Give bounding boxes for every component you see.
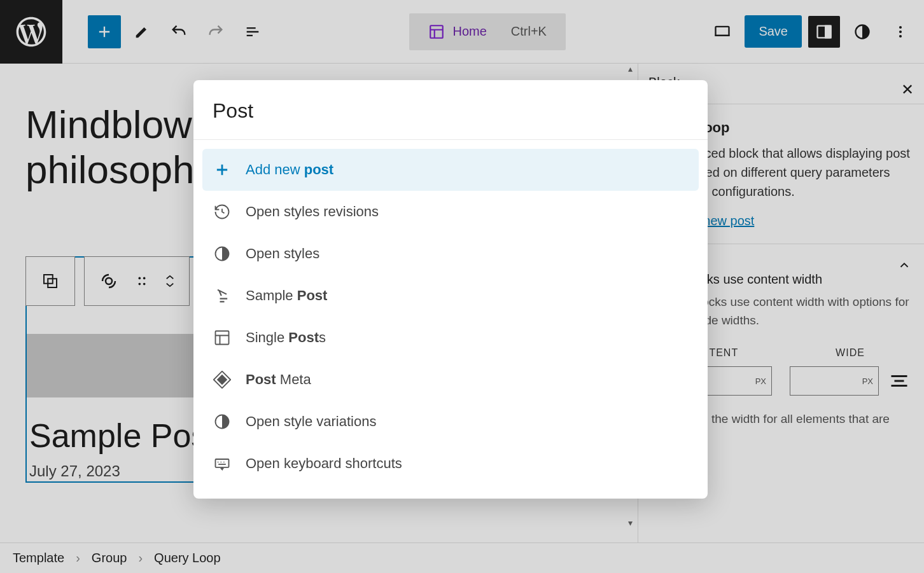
history-icon bbox=[213, 202, 232, 221]
diamond-icon bbox=[213, 370, 232, 389]
command-palette: Post Add new postOpen styles revisionsOp… bbox=[193, 80, 708, 499]
command-item[interactable]: Post Meta bbox=[202, 359, 699, 401]
command-label: Open style variations bbox=[246, 413, 376, 430]
command-label: Open keyboard shortcuts bbox=[246, 455, 402, 472]
command-item[interactable]: Open styles revisions bbox=[202, 191, 699, 233]
command-item[interactable]: Sample Post bbox=[202, 275, 699, 317]
svg-rect-15 bbox=[216, 331, 229, 345]
command-item[interactable]: Single Posts bbox=[202, 317, 699, 359]
plus-icon bbox=[213, 160, 232, 179]
command-item[interactable]: Add new post bbox=[202, 149, 699, 191]
svg-rect-19 bbox=[216, 459, 229, 467]
command-label: Open styles bbox=[246, 245, 319, 262]
command-search-input[interactable]: Post bbox=[193, 80, 708, 140]
contrast-icon bbox=[213, 412, 232, 431]
pin-icon bbox=[213, 286, 232, 305]
contrast-icon bbox=[213, 244, 232, 263]
layout-icon bbox=[213, 328, 232, 347]
command-label: Post Meta bbox=[246, 371, 311, 388]
command-item[interactable]: Open styles bbox=[202, 233, 699, 275]
command-item[interactable]: Open keyboard shortcuts bbox=[202, 443, 699, 485]
command-label: Single Posts bbox=[246, 329, 326, 346]
command-list: Add new postOpen styles revisionsOpen st… bbox=[193, 140, 708, 485]
command-item[interactable]: Open style variations bbox=[202, 401, 699, 443]
command-label: Open styles revisions bbox=[246, 204, 379, 220]
command-label: Add new post bbox=[246, 162, 333, 178]
svg-rect-16 bbox=[217, 375, 227, 385]
keyboard-icon bbox=[213, 454, 232, 473]
command-label: Sample Post bbox=[246, 287, 327, 304]
